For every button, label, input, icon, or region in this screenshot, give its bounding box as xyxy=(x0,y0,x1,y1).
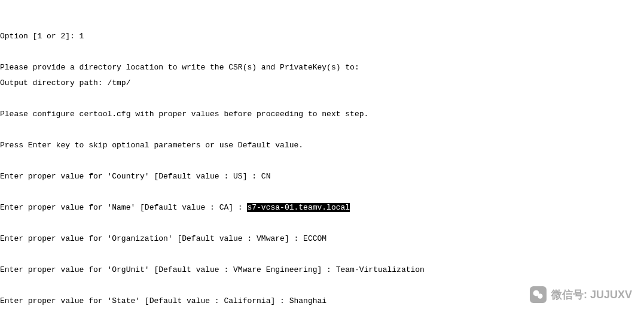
terminal-line xyxy=(0,313,644,320)
terminal-line: Please configure certool.cfg with proper… xyxy=(0,110,644,118)
terminal-line xyxy=(0,219,644,227)
name-prefix: Enter proper value for 'Name' [Default v… xyxy=(0,203,247,212)
terminal-line: Output directory path: /tmp/ xyxy=(0,79,644,87)
terminal-line: Enter proper value for 'OrgUnit' [Defaul… xyxy=(0,266,644,274)
terminal-line xyxy=(0,48,644,56)
watermark: 微信号: JUJUXV xyxy=(530,286,632,303)
terminal-line xyxy=(0,157,644,165)
name-highlight: s7-vcsa-01.teamv.local xyxy=(247,203,350,212)
terminal-line: Press Enter key to skip optional paramet… xyxy=(0,141,644,149)
terminal-line: Please provide a directory location to w… xyxy=(0,63,644,71)
terminal-line xyxy=(0,188,644,196)
terminal-line: Option [1 or 2]: 1 xyxy=(0,32,644,40)
terminal-line xyxy=(0,250,644,258)
terminal-line: Enter proper value for 'Country' [Defaul… xyxy=(0,172,644,180)
wechat-icon xyxy=(530,286,547,303)
svg-point-1 xyxy=(538,293,542,298)
watermark-text: 微信号: JUJUXV xyxy=(551,289,632,300)
terminal-line: Enter proper value for 'Organization' [D… xyxy=(0,235,644,243)
terminal-line xyxy=(0,126,644,134)
terminal-line: Enter proper value for 'Name' [Default v… xyxy=(0,204,644,211)
terminal-line xyxy=(0,95,644,102)
